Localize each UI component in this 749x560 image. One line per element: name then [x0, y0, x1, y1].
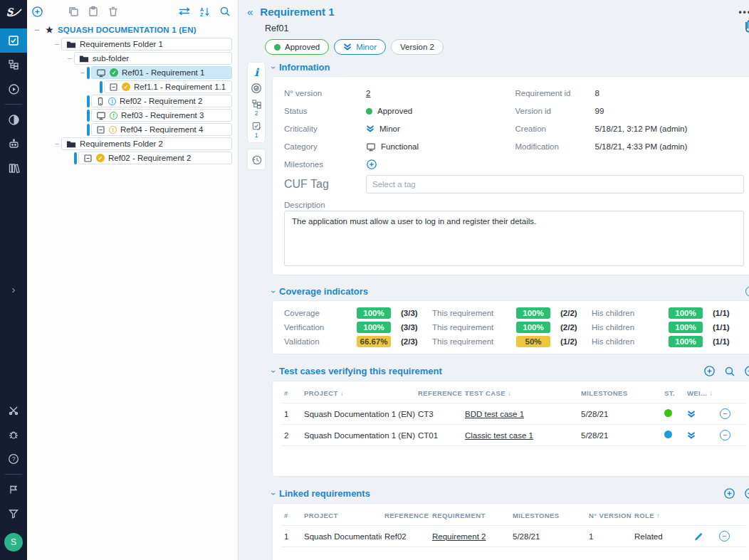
nav-help-icon[interactable]: ?	[0, 447, 27, 471]
nav-library-icon[interactable]	[0, 156, 27, 180]
col-project[interactable]: PROJECT	[301, 383, 415, 403]
tree-node-folder-1[interactable]: − Requirements Folder 1	[27, 37, 238, 51]
col-role[interactable]: ROLE	[632, 505, 691, 526]
criticality-value[interactable]: Minor	[366, 121, 515, 137]
nav-test-cases-icon[interactable]	[0, 53, 27, 77]
nav-expand-icon[interactable]: ›	[12, 280, 16, 300]
nav-requirements-icon[interactable]	[0, 28, 27, 53]
linked-requirements-table: # PROJECT REFERENCE REQUIREMENT MILESTON…	[281, 505, 747, 547]
tree-node-sub-folder[interactable]: − sub-folder	[27, 51, 238, 65]
search-test-case-icon[interactable]	[724, 366, 735, 377]
test-case-link[interactable]: Classic test case 1	[465, 431, 533, 440]
field-label: Requirement id	[515, 85, 595, 101]
tree-node-ref02-requirement-2b[interactable]: ✓ Ref02 - Requirement 2	[27, 151, 238, 165]
help-icon[interactable]: ?	[745, 286, 749, 297]
requirement-id-value: 8	[595, 85, 745, 101]
unlink-row-icon[interactable]: −	[720, 408, 730, 419]
information-card: N° version 2 Requirement id 8 Status App…	[272, 76, 749, 275]
tree-node-ref01-requirement-1[interactable]: − ✓ Ref01 - Requirement 1	[27, 65, 238, 80]
unlink-requirement-icon[interactable]	[744, 487, 749, 500]
collapse-section-icon[interactable]: ›	[268, 66, 278, 69]
collapse-icon[interactable]: −	[66, 54, 74, 63]
tree-node-ref1-1-requirement-1-1[interactable]: ✓ Ref1.1 - Requirement 1.1	[27, 80, 238, 94]
nav-milestone-flag-icon[interactable]	[0, 477, 27, 502]
status-under-review-icon: !	[110, 112, 117, 120]
collapse-section-icon[interactable]: ›	[268, 492, 278, 495]
nav-bug-icon[interactable]	[0, 423, 27, 447]
delete-icon[interactable]	[108, 6, 119, 17]
search-icon[interactable]	[219, 6, 231, 17]
nav-reporting-icon[interactable]	[0, 107, 27, 132]
paste-icon[interactable]	[88, 6, 99, 17]
tree-node-ref03-requirement-3[interactable]: ! Ref03 - Requirement 3	[27, 108, 238, 122]
table-row: 2 Squash Documentation 1 (EN) CT01 Class…	[281, 425, 747, 446]
paperclip-icon	[742, 19, 749, 34]
status-value[interactable]: Approved	[366, 103, 515, 119]
milestone-bar	[87, 110, 90, 122]
collapse-section-icon[interactable]: ›	[268, 370, 278, 373]
col-milestones[interactable]: MILESTONES	[578, 383, 661, 403]
attachments-button[interactable]: 1	[742, 19, 749, 34]
unlink-test-case-icon[interactable]	[744, 365, 749, 377]
add-milestone-icon[interactable]	[366, 159, 377, 170]
modification-value: 5/18/21, 4:33 PM (admin)	[595, 139, 745, 154]
col-test-case[interactable]: TEST CASE	[462, 383, 578, 403]
collapse-section-icon[interactable]: ›	[268, 290, 278, 293]
collapse-panel-icon[interactable]: «	[247, 6, 253, 18]
tree-node-ref04-requirement-4[interactable]: ! Ref04 - Requirement 4	[27, 122, 238, 137]
more-actions-icon[interactable]: •••	[738, 7, 749, 17]
col-reference[interactable]: REFERENCE	[382, 505, 429, 526]
anchor-rail: i 2 1	[247, 62, 266, 560]
col-version[interactable]: N° VERSION	[586, 505, 632, 526]
anchor-history-icon[interactable]	[248, 152, 264, 167]
anchor-linked-requirements-icon[interactable]: 1	[248, 118, 264, 140]
nav-campaigns-icon[interactable]	[0, 77, 27, 101]
version-pill: Version 2	[391, 39, 444, 55]
unlink-row-icon[interactable]: −	[720, 430, 730, 440]
svg-text:Z: Z	[200, 12, 204, 17]
cuf-tag-input[interactable]	[366, 175, 744, 194]
tree-node-folder-2[interactable]: − Requirements Folder 2	[27, 137, 238, 151]
swap-panel-icon[interactable]	[178, 6, 191, 16]
collapse-icon[interactable]: −	[53, 40, 61, 48]
status-approved-icon: ✓	[96, 154, 105, 162]
col-reference[interactable]: REFERENCE	[415, 383, 462, 403]
unlink-row-icon[interactable]: −	[719, 531, 730, 541]
coverage-badge: 100%	[669, 322, 703, 333]
col-project[interactable]: PROJECT	[301, 505, 382, 526]
edit-role-icon[interactable]	[693, 532, 713, 541]
category-functional-icon	[96, 68, 106, 78]
nav-automation-icon[interactable]	[0, 132, 27, 156]
squash-logo-icon: S	[4, 6, 23, 19]
anchor-coverage-icon[interactable]	[248, 80, 264, 96]
coverage-row-label: Coverage	[284, 309, 357, 317]
col-requirement[interactable]: REQUIREMENT	[429, 505, 510, 526]
test-case-link[interactable]: BDD test case 1	[465, 410, 524, 418]
user-avatar[interactable]: S	[4, 533, 23, 551]
col-status[interactable]: ST.	[661, 383, 684, 403]
test-cases-table: # PROJECT REFERENCE TEST CASE MILESTONES…	[281, 383, 747, 446]
collapse-icon[interactable]: −	[78, 68, 87, 77]
copy-icon[interactable]	[68, 6, 79, 17]
link-requirement-icon[interactable]	[723, 487, 735, 500]
nav-filter-icon[interactable]	[0, 502, 27, 526]
tree-node-ref02-requirement-2[interactable]: ! Ref02 - Requirement 2	[27, 94, 238, 108]
sort-icon[interactable]: AZ	[199, 6, 211, 17]
requirement-link[interactable]: Requirement 2	[432, 532, 486, 541]
execution-status-dot	[664, 409, 672, 417]
collapse-icon[interactable]: −	[53, 139, 61, 148]
col-num: #	[281, 383, 301, 403]
collapse-icon[interactable]: −	[33, 26, 41, 34]
link-test-case-icon[interactable]	[703, 365, 716, 377]
version-number-link[interactable]: 2	[366, 89, 370, 97]
nav-tools-icon[interactable]	[0, 398, 27, 423]
create-node-icon[interactable]	[31, 6, 43, 18]
anchor-test-cases-icon[interactable]: 2	[248, 96, 264, 118]
col-weight[interactable]: WEI...	[684, 383, 717, 403]
category-value[interactable]: Functional	[366, 139, 515, 154]
col-milestones[interactable]: MILESTONES	[510, 505, 586, 526]
tree-project-node[interactable]: − ★ SQUASH DOCUMENTATION 1 (EN)	[27, 23, 238, 37]
description-editor[interactable]: The application must allow a user to log…	[284, 211, 744, 266]
version-id-value: 99	[595, 103, 745, 119]
anchor-information-icon[interactable]: i	[248, 65, 264, 80]
